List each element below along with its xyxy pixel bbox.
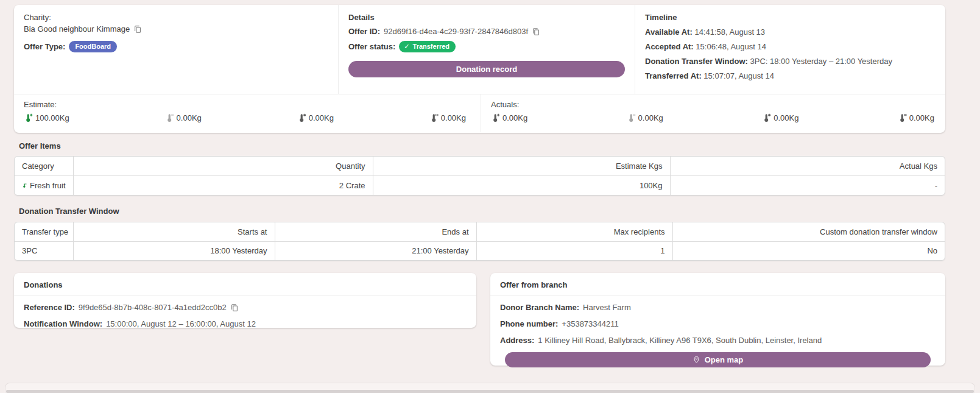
accepted-at-value: 15:06:48, August 14 (696, 42, 766, 51)
donor-branch-label: Donor Branch Name: (500, 303, 579, 312)
thermometer-frozen-icon (762, 113, 771, 122)
thermometer-hot-icon (429, 113, 439, 122)
col-starts-at: Starts at (73, 222, 275, 241)
phone-value: +353873344211 (562, 319, 618, 328)
copy-icon (532, 27, 540, 36)
branch-title: Offer from branch (490, 273, 945, 296)
custom-window-cell: No (672, 241, 945, 260)
thermometer-chilled-icon (165, 113, 174, 122)
transfer-window-table: Transfer type Starts at Ends at Max reci… (14, 222, 945, 261)
estimate-chilled: 0.00Kg (165, 113, 202, 122)
branch-card: Offer from branch Donor Branch Name: Har… (490, 273, 945, 366)
transferred-at-label: Transferred At: (645, 71, 702, 80)
estimate-chilled-value: 0.00Kg (177, 113, 202, 122)
col-category: Category (15, 157, 73, 175)
thermometer-frozen-icon (297, 113, 306, 122)
offer-summary-card: Charity: Bia Good neighbour Kimmage Offe… (14, 5, 945, 133)
check-icon: ✓ (404, 43, 409, 50)
offer-status-badge: ✓ Transferred (399, 41, 456, 52)
copy-offer-id-button[interactable] (532, 27, 540, 36)
offer-items-title: Offer Items (19, 141, 61, 150)
col-quantity: Quantity (73, 157, 373, 175)
offer-type-badge: FoodBoard (69, 41, 117, 52)
col-estimate-kgs: Estimate Kgs (373, 157, 670, 175)
open-map-label: Open map (705, 355, 744, 364)
open-map-button[interactable]: Open map (505, 352, 931, 367)
thermometer-ambient-icon (24, 113, 33, 122)
reference-id-label: Reference ID: (24, 303, 75, 312)
reference-id-row: Reference ID: 9f9de65d-8b7b-408c-8071-4a… (24, 303, 467, 312)
starts-at-cell: 18:00 Yesterday (73, 241, 275, 260)
donor-branch-row: Donor Branch Name: Harvest Farm (500, 303, 936, 312)
offer-items-table: Category Quantity Estimate Kgs Actual Kg… (14, 156, 945, 196)
actuals-label: Actuals: (491, 100, 934, 109)
transfer-window-title: Donation Transfer Window (19, 207, 119, 216)
available-at-value: 14:41:58, August 13 (694, 27, 765, 37)
address-row: Address: 1 Killiney Hill Road, Ballybrac… (500, 336, 936, 345)
transferred-at-value: 15:07:07, August 14 (703, 71, 774, 80)
offer-id-label: Offer ID: (348, 27, 380, 36)
estimate-ambient: 100.00Kg (24, 113, 69, 122)
timeline-row-available: Available At: 14:41:58, August 13 (645, 27, 936, 37)
address-label: Address: (500, 336, 534, 345)
category-value: Fresh fruit (30, 181, 66, 190)
transfer-window-label: Donation Transfer Window: (645, 57, 748, 66)
col-ends-at: Ends at (275, 222, 476, 241)
copy-charity-name-button[interactable] (133, 25, 142, 34)
weights-strip: Estimate: 100.00Kg 0.00Kg 0.00Kg (14, 94, 945, 132)
quantity-cell: 2 Crate (73, 175, 373, 195)
donor-branch-value: Harvest Farm (583, 303, 631, 312)
offer-type-label: Offer Type: (24, 42, 65, 51)
actuals-hot-value: 0.00Kg (909, 113, 934, 122)
donation-record-button[interactable]: Donation record (348, 61, 625, 77)
table-row: 3PC 18:00 Yesterday 21:00 Yesterday 1 No (15, 241, 945, 260)
estimate-label: Estimate: (24, 100, 466, 109)
category-cell: Fresh fruit (22, 176, 66, 195)
charity-name: Bia Good neighbour Kimmage (24, 24, 130, 34)
phone-row: Phone number: +353873344211 (500, 319, 936, 328)
thermometer-hot-icon (898, 113, 907, 122)
col-max-recipients: Max recipients (476, 222, 672, 241)
estimate-hot-value: 0.00Kg (441, 113, 466, 122)
actuals-ambient: 0.00Kg (491, 113, 527, 122)
col-actual-kgs: Actual Kgs (670, 157, 945, 175)
timeline-row-transfer-window: Donation Transfer Window: 3PC: 18:00 Yes… (645, 57, 936, 66)
thermometer-ambient-icon (491, 113, 500, 122)
horizontal-scrollbar[interactable] (6, 390, 974, 393)
actuals-hot: 0.00Kg (898, 113, 934, 122)
phone-label: Phone number: (500, 319, 558, 328)
estimate-frozen-value: 0.00Kg (309, 113, 334, 122)
donations-title: Donations (14, 273, 476, 296)
offer-status-label: Offer status: (348, 42, 395, 51)
timeline-row-transferred: Transferred At: 15:07:07, August 14 (645, 71, 936, 80)
notification-window-label: Notification Window: (24, 319, 102, 328)
estimate-kgs-cell: 100Kg (373, 175, 670, 195)
timeline-title: Timeline (645, 13, 936, 22)
estimate-panel: Estimate: 100.00Kg 0.00Kg 0.00Kg (14, 94, 481, 132)
notification-window-row: Notification Window: 15:00:00, August 12… (24, 319, 467, 328)
map-pin-icon (693, 356, 700, 364)
transfer-window-value: 3PC: 18:00 Yesterday – 21:00 Yesterday (750, 57, 892, 66)
available-at-label: Available At: (645, 27, 693, 37)
estimate-hot: 0.00Kg (429, 113, 466, 122)
table-row: Fresh fruit 2 Crate 100Kg - (15, 175, 945, 195)
notification-window-value: 15:00:00, August 12 – 16:00:00, August 1… (106, 319, 256, 328)
transfer-window-header-row: Transfer type Starts at Ends at Max reci… (15, 222, 945, 241)
copy-reference-id-button[interactable] (230, 303, 239, 312)
max-recipients-cell: 1 (476, 241, 672, 260)
offer-status-value: Transferred (413, 43, 450, 50)
actuals-panel: Actuals: 0.00Kg 0.00Kg 0.00Kg (481, 94, 945, 132)
charity-panel: Charity: Bia Good neighbour Kimmage Offe… (14, 5, 339, 94)
estimate-ambient-value: 100.00Kg (35, 113, 69, 122)
offer-details-page: Charity: Bia Good neighbour Kimmage Offe… (0, 0, 980, 393)
actuals-frozen: 0.00Kg (762, 113, 798, 122)
details-title: Details (348, 13, 625, 22)
offer-items-header-row: Category Quantity Estimate Kgs Actual Kg… (15, 157, 945, 175)
col-transfer-type: Transfer type (15, 222, 73, 241)
actual-kgs-cell: - (670, 175, 945, 195)
offer-id-value: 92d69f16-d4ea-4c29-93f7-2847846d803f (384, 27, 528, 36)
col-custom-window: Custom donation transfer window (672, 222, 945, 241)
actuals-chilled: 0.00Kg (627, 113, 663, 122)
copy-icon (133, 25, 142, 34)
timeline-row-accepted: Accepted At: 15:06:48, August 14 (645, 42, 936, 51)
